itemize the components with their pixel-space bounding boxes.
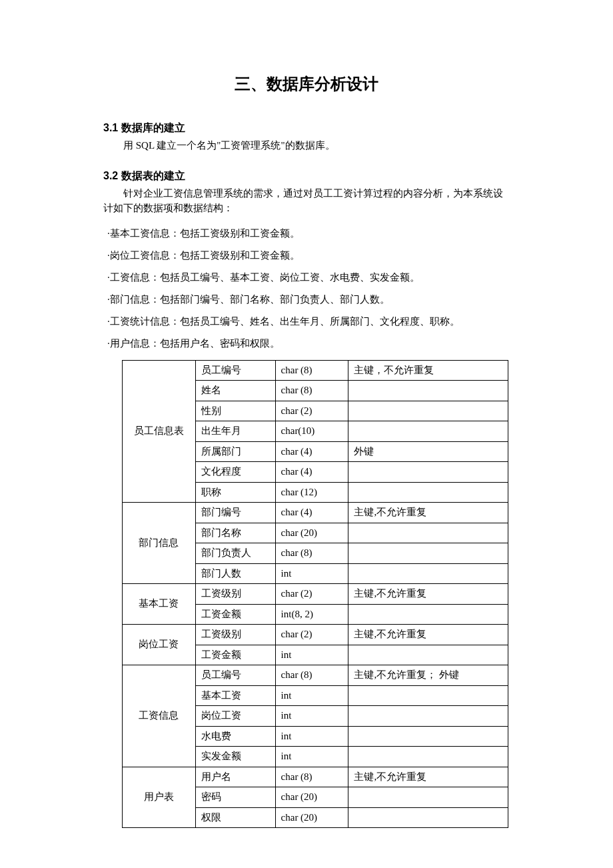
note-cell [348,381,508,401]
type-cell: int [275,726,348,747]
type-cell: char (2) [275,401,348,421]
field-cell: 工资金额 [195,604,275,625]
field-cell: 性别 [195,401,275,421]
table-group-cell: 部门信息 [123,503,196,584]
note-cell [348,401,508,421]
note-cell [348,787,508,808]
field-cell: 工资级别 [195,625,275,645]
page-title: 三、数据库分析设计 [103,73,510,95]
bullet-item: ·工资统计信息：包括员工编号、姓名、出生年月、所属部门、文化程度、职称。 [103,311,510,333]
note-cell: 主键,不允许重复 [348,584,508,605]
type-cell: char (8) [275,767,348,787]
field-cell: 工资金额 [195,645,275,665]
note-cell [348,563,508,584]
note-cell [348,685,508,706]
type-cell: int [275,747,348,767]
type-cell: char (8) [275,381,348,401]
table-row: 基本工资工资级别char (2)主键,不允许重复 [123,584,508,605]
field-cell: 所属部门 [195,441,275,462]
table-group-cell: 基本工资 [123,584,196,625]
note-cell [348,706,508,727]
table-row: 岗位工资工资级别char (2)主键,不允许重复 [123,625,508,645]
bullet-item: ·部门信息：包括部门编号、部门名称、部门负责人、部门人数。 [103,289,510,311]
note-cell [348,604,508,625]
field-cell: 基本工资 [195,685,275,706]
bullet-item: ·用户信息：包括用户名、密码和权限。 [103,333,510,355]
field-cell: 职称 [195,482,275,503]
type-cell: char (4) [275,503,348,523]
table-group-cell: 岗位工资 [123,625,196,665]
note-cell: 主键,不允许重复 [348,625,508,645]
note-cell: 主键，不允许重复 [348,360,508,381]
field-cell: 岗位工资 [195,706,275,727]
type-cell: int [275,685,348,706]
type-cell: char (20) [275,523,348,543]
type-cell: char (20) [275,807,348,828]
table-group-cell: 员工信息表 [123,360,196,503]
section-3-2-heading: 3.2 数据表的建立 [103,169,510,183]
field-cell: 部门负责人 [195,543,275,564]
field-cell: 文化程度 [195,462,275,483]
field-cell: 员工编号 [195,360,275,381]
type-cell: char (8) [275,665,348,686]
field-cell: 部门名称 [195,523,275,543]
field-cell: 员工编号 [195,665,275,686]
type-cell: char (20) [275,787,348,808]
field-cell: 出生年月 [195,421,275,442]
type-cell: char (8) [275,543,348,564]
type-cell: int [275,706,348,727]
note-cell [348,747,508,767]
note-cell [348,462,508,483]
table-row: 用户表用户名char (8)主键,不允许重复 [123,767,508,787]
bullet-item: ·基本工资信息：包括工资级别和工资金额。 [103,223,510,245]
field-cell: 实发金额 [195,747,275,767]
schema-table: 员工信息表员工编号char (8)主键，不允许重复姓名char (8)性别cha… [122,360,508,829]
note-cell [348,523,508,543]
note-cell: 主键,不允许重复 [348,503,508,523]
type-cell: char (2) [275,584,348,605]
field-cell: 水电费 [195,726,275,747]
type-cell: int [275,563,348,584]
note-cell [348,645,508,665]
type-cell: char (4) [275,441,348,462]
field-cell: 部门编号 [195,503,275,523]
type-cell: char (2) [275,625,348,645]
note-cell: 主键,不允许重复 [348,767,508,787]
type-cell: char (8) [275,360,348,381]
type-cell: int [275,645,348,665]
note-cell [348,807,508,828]
table-group-cell: 工资信息 [123,665,196,767]
section-3-1-text: 用 SQL 建立一个名为"工资管理系统"的数据库。 [103,138,510,153]
type-cell: int(8, 2) [275,604,348,625]
note-cell [348,726,508,747]
type-cell: char (4) [275,462,348,483]
field-cell: 工资级别 [195,584,275,605]
table-row: 部门信息部门编号char (4)主键,不允许重复 [123,503,508,523]
note-cell: 主键,不允许重复； 外键 [348,665,508,686]
field-cell: 用户名 [195,767,275,787]
note-cell [348,421,508,442]
type-cell: char(10) [275,421,348,442]
note-cell [348,543,508,564]
field-cell: 部门人数 [195,563,275,584]
type-cell: char (12) [275,482,348,503]
section-3-1-heading: 3.1 数据库的建立 [103,121,510,135]
table-group-cell: 用户表 [123,767,196,828]
note-cell: 外键 [348,441,508,462]
bullet-list: ·基本工资信息：包括工资级别和工资金额。 ·岗位工资信息：包括工资级别和工资金额… [103,223,510,355]
field-cell: 姓名 [195,381,275,401]
section-3-2-text: 针对企业工资信息管理系统的需求，通过对员工工资计算过程的内容分析，为本系统设计如… [103,186,510,216]
bullet-item: ·岗位工资信息：包括工资级别和工资金额。 [103,245,510,267]
table-row: 工资信息员工编号char (8)主键,不允许重复； 外键 [123,665,508,686]
field-cell: 密码 [195,787,275,808]
note-cell [348,482,508,503]
table-row: 员工信息表员工编号char (8)主键，不允许重复 [123,360,508,381]
field-cell: 权限 [195,807,275,828]
bullet-item: ·工资信息：包括员工编号、基本工资、岗位工资、水电费、实发金额。 [103,267,510,289]
